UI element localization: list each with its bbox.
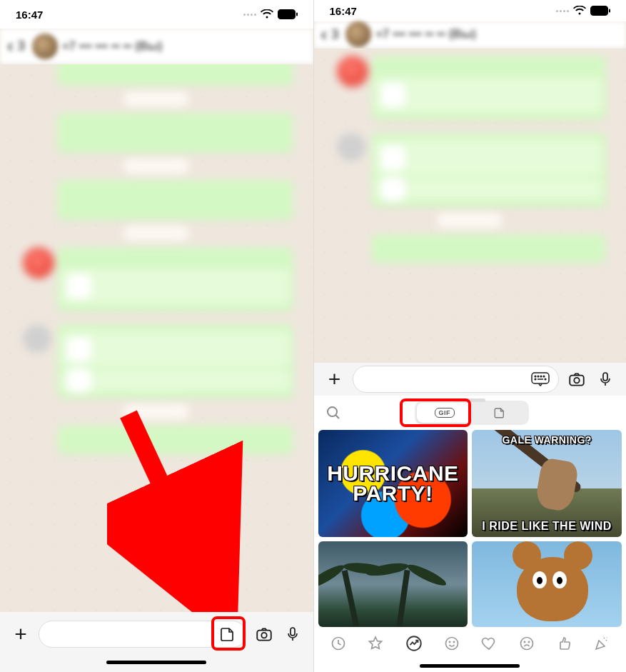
svg-rect-10 bbox=[532, 373, 549, 383]
svg-rect-2 bbox=[296, 13, 298, 16]
svg-point-30 bbox=[528, 642, 529, 643]
svg-point-26 bbox=[449, 642, 450, 643]
contact-name[interactable]: +7 ••• ••• •• •• (Вы) bbox=[375, 27, 476, 41]
svg-point-21 bbox=[328, 407, 337, 416]
svg-rect-1 bbox=[279, 11, 294, 18]
svg-point-19 bbox=[574, 378, 579, 383]
wifi-icon bbox=[261, 9, 273, 19]
status-time: 16:47 bbox=[330, 5, 357, 17]
svg-line-22 bbox=[335, 416, 339, 419]
svg-rect-18 bbox=[570, 376, 584, 386]
svg-point-25 bbox=[446, 638, 458, 650]
search-icon[interactable] bbox=[323, 402, 344, 423]
back-icon[interactable]: ‹ bbox=[7, 35, 14, 57]
back-count: 3 bbox=[18, 39, 25, 54]
home-indicator bbox=[314, 660, 627, 672]
chat-area bbox=[314, 49, 627, 363]
cat-sad-icon[interactable] bbox=[518, 635, 535, 652]
screenshot-right: 16:47 ‹ 3 +7 ••• ••• •• •• (Вы) bbox=[313, 0, 627, 672]
svg-rect-8 bbox=[592, 7, 607, 14]
svg-point-27 bbox=[453, 642, 454, 643]
camera-icon[interactable] bbox=[566, 368, 587, 390]
cell-signal-icon bbox=[243, 14, 256, 16]
contact-name[interactable]: +7 ••• ••• •• •• (Вы) bbox=[62, 39, 163, 54]
status-bar: 16:47 bbox=[314, 0, 627, 21]
mic-icon[interactable] bbox=[282, 623, 303, 645]
attach-button[interactable]: + bbox=[324, 368, 345, 390]
gif-tile[interactable] bbox=[318, 541, 468, 627]
cat-thumbsup-icon[interactable] bbox=[555, 635, 572, 652]
svg-point-28 bbox=[520, 638, 532, 650]
gif-grid: HURRICANE PARTY! GALE WARNING? I RIDE LI… bbox=[314, 430, 627, 627]
tab-sticker[interactable] bbox=[472, 403, 527, 423]
drag-handle[interactable] bbox=[454, 398, 485, 402]
keyboard-icon[interactable] bbox=[530, 368, 551, 390]
status-time: 16:47 bbox=[16, 9, 43, 21]
svg-rect-6 bbox=[291, 628, 295, 636]
svg-point-12 bbox=[537, 376, 539, 377]
input-bar: + bbox=[314, 363, 627, 396]
screenshot-left: 16:47 ‹ 3 +7 ••• ••• •• •• (Вы) bbox=[0, 0, 313, 672]
tab-gif[interactable]: GIF bbox=[417, 403, 472, 423]
cat-recent-icon[interactable] bbox=[330, 635, 347, 652]
svg-point-15 bbox=[535, 378, 536, 380]
gif-tile[interactable] bbox=[472, 541, 622, 627]
mic-icon[interactable] bbox=[595, 368, 616, 390]
svg-rect-4 bbox=[257, 631, 271, 641]
status-bar: 16:47 bbox=[0, 0, 313, 29]
gif-category-row bbox=[314, 627, 627, 660]
cell-signal-icon bbox=[556, 10, 569, 12]
cat-heart-icon[interactable] bbox=[480, 635, 498, 652]
avatar[interactable] bbox=[32, 34, 58, 59]
svg-point-5 bbox=[261, 633, 266, 638]
gif-tile[interactable]: GALE WARNING? I RIDE LIKE THE WIND bbox=[472, 430, 622, 537]
cat-favorite-icon[interactable] bbox=[367, 635, 384, 652]
camera-icon[interactable] bbox=[253, 623, 275, 645]
avatar[interactable] bbox=[345, 21, 371, 47]
cat-party-icon[interactable] bbox=[593, 635, 610, 652]
chat-area bbox=[0, 64, 313, 612]
back-count: 3 bbox=[331, 27, 338, 42]
attach-button[interactable]: + bbox=[10, 623, 31, 645]
input-bar: + bbox=[0, 612, 313, 656]
gif-tile[interactable]: HURRICANE PARTY! bbox=[318, 430, 468, 537]
battery-icon bbox=[278, 9, 298, 19]
svg-point-16 bbox=[545, 378, 546, 380]
svg-point-14 bbox=[543, 376, 545, 377]
sticker-icon bbox=[493, 406, 506, 419]
cat-smile-icon[interactable] bbox=[443, 635, 460, 652]
svg-point-13 bbox=[540, 376, 542, 377]
status-right bbox=[243, 9, 298, 19]
status-right bbox=[556, 6, 610, 16]
home-indicator bbox=[0, 656, 313, 672]
message-input[interactable] bbox=[353, 366, 560, 393]
svg-rect-9 bbox=[609, 9, 610, 13]
svg-point-29 bbox=[524, 642, 525, 643]
chat-header: ‹ 3 +7 ••• ••• •• •• (Вы) bbox=[0, 29, 313, 64]
svg-rect-20 bbox=[603, 373, 607, 381]
message-input[interactable] bbox=[39, 621, 246, 648]
battery-icon bbox=[590, 6, 610, 16]
gif-sticker-segment: GIF bbox=[415, 401, 529, 425]
back-icon[interactable]: ‹ bbox=[321, 24, 328, 46]
cat-trending-icon[interactable] bbox=[405, 634, 423, 653]
chat-header: ‹ 3 +7 ••• ••• •• •• (Вы) bbox=[314, 21, 627, 49]
sticker-icon[interactable] bbox=[217, 623, 238, 645]
wifi-icon bbox=[573, 6, 586, 16]
svg-point-11 bbox=[535, 376, 536, 377]
gif-panel: GIF HURRICANE PARTY! bbox=[314, 396, 627, 660]
gif-panel-header: GIF bbox=[314, 396, 627, 430]
